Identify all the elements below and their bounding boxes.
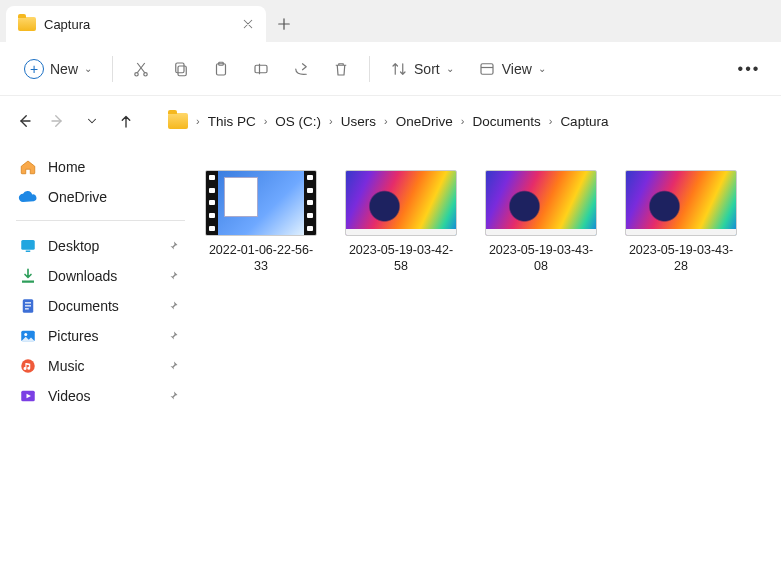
chevron-right-icon: › [461,115,465,127]
sidebar-item-videos[interactable]: Videos [14,381,187,411]
crumb-captura[interactable]: Captura [560,114,608,129]
sidebar-label: Desktop [48,238,99,254]
pictures-icon [18,326,38,346]
address-bar: › This PC › OS (C:) › Users › OneDrive ›… [0,96,781,146]
chevron-right-icon: › [196,115,200,127]
chevron-right-icon: › [264,115,268,127]
svg-rect-7 [481,63,493,74]
svg-rect-10 [22,281,34,283]
document-icon [18,296,38,316]
sidebar-label: Home [48,159,85,175]
sidebar-label: Music [48,358,85,374]
separator [112,56,113,82]
file-grid: 2022-01-06-22-56-33 2023-05-19-03-42-58 … [195,146,781,571]
tab-captura[interactable]: Captura [6,6,266,42]
tab-bar: Captura [0,0,781,42]
svg-rect-8 [21,240,35,250]
svg-point-16 [24,333,27,336]
new-label: New [50,61,78,77]
file-name: 2023-05-19-03-42-58 [345,242,457,275]
chevron-down-icon: ⌄ [84,63,92,74]
more-button[interactable]: ••• [731,54,767,84]
rename-button[interactable] [243,54,279,84]
pin-icon [167,390,179,402]
paste-button[interactable] [203,54,239,84]
svg-rect-2 [178,66,186,76]
sidebar-label: OneDrive [48,189,107,205]
svg-point-0 [135,72,138,75]
separator [369,56,370,82]
chevron-right-icon: › [384,115,388,127]
sidebar-label: Videos [48,388,91,404]
file-item[interactable]: 2023-05-19-03-43-08 [485,170,597,275]
sort-button[interactable]: Sort ⌄ [380,54,464,84]
file-name: 2022-01-06-22-56-33 [205,242,317,275]
sidebar-item-home[interactable]: Home [14,152,187,182]
folder-icon [168,113,188,129]
file-item[interactable]: 2023-05-19-03-42-58 [345,170,457,275]
plus-circle-icon: + [24,59,44,79]
toolbar: + New ⌄ Sort ⌄ View ⌄ ••• [0,42,781,96]
svg-rect-9 [26,251,31,253]
sidebar-item-pictures[interactable]: Pictures [14,321,187,351]
pin-icon [167,330,179,342]
svg-point-17 [21,359,35,373]
svg-rect-3 [176,63,184,73]
sidebar-item-downloads[interactable]: Downloads [14,261,187,291]
chevron-down-icon: ⌄ [446,63,454,74]
cloud-icon [18,187,38,207]
sidebar-item-onedrive[interactable]: OneDrive [14,182,187,212]
share-button[interactable] [283,54,319,84]
videos-icon [18,386,38,406]
folder-icon [18,17,36,31]
svg-rect-12 [25,302,31,303]
video-thumbnail [205,170,317,236]
image-thumbnail [625,170,737,236]
tab-title: Captura [44,17,234,32]
breadcrumb[interactable]: › This PC › OS (C:) › Users › OneDrive ›… [168,113,608,129]
crumb-users[interactable]: Users [341,114,376,129]
sidebar-label: Documents [48,298,119,314]
up-button[interactable] [116,111,136,131]
new-tab-button[interactable] [266,6,302,42]
forward-button[interactable] [48,111,68,131]
copy-button[interactable] [163,54,199,84]
back-button[interactable] [14,111,34,131]
sort-label: Sort [414,61,440,77]
pin-icon [167,270,179,282]
desktop-icon [18,236,38,256]
cut-button[interactable] [123,54,159,84]
file-item[interactable]: 2022-01-06-22-56-33 [205,170,317,275]
delete-button[interactable] [323,54,359,84]
chevron-down-icon: ⌄ [538,63,546,74]
crumb-onedrive[interactable]: OneDrive [396,114,453,129]
sidebar-divider [16,220,185,221]
main-area: Home OneDrive Desktop Downloads [0,146,781,571]
svg-rect-6 [255,65,267,73]
sidebar-item-music[interactable]: Music [14,351,187,381]
home-icon [18,157,38,177]
chevron-right-icon: › [549,115,553,127]
close-tab-button[interactable] [242,18,254,30]
crumb-os-c[interactable]: OS (C:) [275,114,321,129]
svg-rect-13 [25,305,31,306]
sidebar-label: Downloads [48,268,117,284]
recent-locations-button[interactable] [82,111,102,131]
download-icon [18,266,38,286]
image-thumbnail [485,170,597,236]
sidebar-item-desktop[interactable]: Desktop [14,231,187,261]
sidebar-label: Pictures [48,328,99,344]
crumb-documents[interactable]: Documents [472,114,540,129]
svg-rect-14 [25,308,29,309]
new-button[interactable]: + New ⌄ [14,53,102,85]
view-button[interactable]: View ⌄ [468,54,556,84]
image-thumbnail [345,170,457,236]
music-icon [18,356,38,376]
pin-icon [167,240,179,252]
crumb-this-pc[interactable]: This PC [208,114,256,129]
sidebar-item-documents[interactable]: Documents [14,291,187,321]
ellipsis-icon: ••• [738,60,761,78]
file-name: 2023-05-19-03-43-28 [625,242,737,275]
file-item[interactable]: 2023-05-19-03-43-28 [625,170,737,275]
view-label: View [502,61,532,77]
